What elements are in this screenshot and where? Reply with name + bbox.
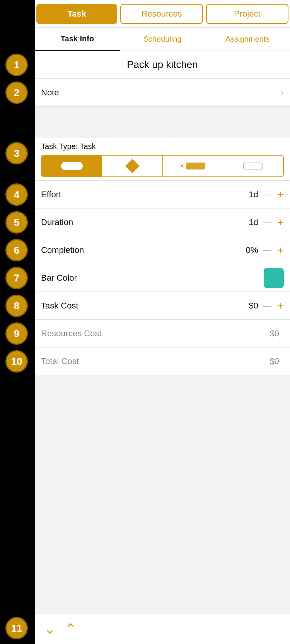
tab-project-label: Project [234,9,260,19]
bar-color-swatch[interactable] [264,268,284,288]
task-cost-increase-button[interactable]: + [278,300,284,311]
completion-stepper: — + [263,245,284,256]
badge-9: 9 [5,322,28,345]
task-cost-value: $0 [249,301,258,311]
badge-10: 10 [5,350,28,373]
empty-gray-area [35,375,290,613]
tab-project[interactable]: Project [206,4,288,24]
sub-tab-scheduling-label: Scheduling [143,35,182,44]
completion-row: Completion 0% — + [35,236,290,264]
task-type-hammock[interactable]: ✕ [163,156,223,176]
task-name: Pack up kitchen [127,59,198,71]
resources-cost-value: $0 [270,329,279,339]
badge-3: 3 [5,142,28,164]
pill-icon [61,162,83,170]
badge-6: 6 [5,239,28,261]
badge-2: 2 [5,81,28,104]
effort-stepper: — + [263,189,284,200]
tab-resources[interactable]: Resources [120,4,203,24]
duration-increase-button[interactable]: + [278,217,284,228]
total-cost-row: Total Cost $0 [35,347,290,375]
sub-tab-task-info[interactable]: Task Info [35,28,120,51]
task-cost-row: Task Cost $0 — + [35,292,290,320]
empty-bar-icon [243,163,263,169]
duration-stepper: — + [263,217,284,228]
task-type-milestone[interactable] [102,156,162,176]
task-type-label: Task Type: Task [41,142,284,151]
sub-tab-task-info-label: Task Info [61,34,94,43]
bar-color-label: Bar Color [41,273,264,283]
bar-color-row[interactable]: Bar Color [35,264,290,292]
effort-row: Effort 1d — + [35,181,290,208]
task-type-task[interactable] [42,156,102,176]
note-chevron-right: › [280,86,284,98]
badge-11: 11 [5,617,28,639]
badge-8: 8 [5,295,28,317]
completion-label: Completion [41,245,246,255]
bar-icon [186,163,205,169]
effort-label: Effort [41,190,249,200]
badge-5: 5 [5,211,28,234]
total-cost-label: Total Cost [41,356,270,366]
bottom-bar: ⌄ ⌃ [35,613,290,644]
resources-cost-row: Resources Cost $0 [35,320,290,347]
task-name-row: Pack up kitchen [35,51,290,79]
note-area [35,107,290,137]
task-cost-stepper: — + [263,300,284,311]
sub-tab-scheduling[interactable]: Scheduling [120,28,205,51]
effort-increase-button[interactable]: + [278,189,284,200]
task-type-empty[interactable] [223,156,283,176]
effort-decrease-button[interactable]: — [263,190,271,199]
completion-increase-button[interactable]: + [278,245,284,256]
main-panel: Task Resources Project Task Info Schedul… [35,0,290,644]
note-row[interactable]: Note › [35,79,290,107]
sub-tab-bar: Task Info Scheduling Assignments [35,28,290,51]
note-label: Note [41,88,280,98]
resources-cost-label: Resources Cost [41,329,270,339]
tab-task[interactable]: Task [36,4,117,24]
scroll-up-button[interactable]: ⌃ [65,621,77,637]
total-cost-value: $0 [270,356,279,366]
tab-task-label: Task [67,9,86,19]
duration-value: 1d [249,217,258,227]
sub-tab-assignments[interactable]: Assignments [205,28,290,51]
duration-label: Duration [41,217,249,227]
task-cost-decrease-button[interactable]: — [263,302,271,310]
completion-decrease-button[interactable]: — [263,246,271,254]
task-type-icons: ✕ [41,155,284,177]
task-cost-label: Task Cost [41,301,249,311]
badge-1: 1 [5,54,28,76]
badge-4: 4 [5,183,28,206]
scroll-down-button[interactable]: ⌄ [44,621,56,637]
effort-value: 1d [249,190,258,200]
duration-decrease-button[interactable]: — [263,218,271,227]
duration-row: Duration 1d — + [35,208,290,236]
diamond-icon [125,159,139,173]
completion-value: 0% [246,245,258,255]
tab-resources-label: Resources [141,9,182,19]
task-type-section: Task Type: Task ✕ [35,137,290,181]
badge-7: 7 [5,267,28,289]
sub-tab-assignments-label: Assignments [225,35,270,44]
top-tab-bar: Task Resources Project [35,0,290,28]
